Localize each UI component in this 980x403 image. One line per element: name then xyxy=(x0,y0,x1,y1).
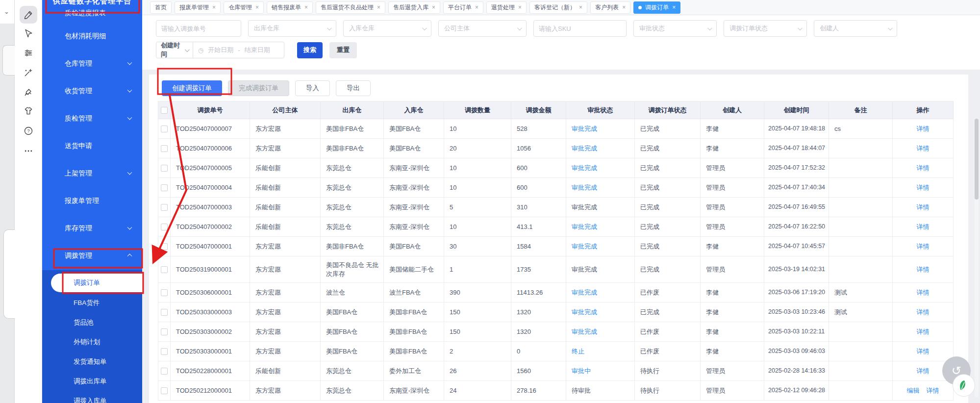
sidebar-item-收货管理[interactable]: 收货管理 xyxy=(42,77,142,104)
row-checkbox-cell[interactable] xyxy=(158,256,171,283)
approval-status-link[interactable]: 审批完成 xyxy=(572,288,597,297)
approval-status-link[interactable]: 审批完成 xyxy=(572,144,597,153)
sidebar-item-仓库管理[interactable]: 仓库管理 xyxy=(42,50,142,77)
action-link-详情[interactable]: 详情 xyxy=(917,183,930,192)
filter-select-调拨订单状态[interactable]: 调拨订单状态 xyxy=(724,20,807,37)
row-checkbox[interactable] xyxy=(161,309,168,316)
tab-销售报废单[interactable]: 销售报废单× xyxy=(267,1,313,14)
date-type-select[interactable]: 创建时间 xyxy=(156,42,193,58)
row-checkbox-cell[interactable] xyxy=(158,178,171,198)
export-button[interactable]: 导出 xyxy=(336,80,371,96)
row-checkbox[interactable] xyxy=(161,328,168,335)
action-link-详情[interactable]: 详情 xyxy=(917,288,930,297)
tab-客户列表[interactable]: 客户列表× xyxy=(590,1,630,14)
action-link-详情[interactable]: 详情 xyxy=(917,347,930,356)
row-checkbox[interactable] xyxy=(161,145,168,152)
filter-select-公司主体[interactable]: 公司主体 xyxy=(438,20,527,37)
tab-close-icon[interactable]: × xyxy=(432,4,435,11)
action-link-详情[interactable]: 详情 xyxy=(927,386,939,395)
approval-status-link[interactable]: 审批完成 xyxy=(572,223,597,231)
approval-status-link[interactable]: 审批完成 xyxy=(572,308,597,317)
approval-status-link[interactable]: 审批完成 xyxy=(572,242,597,251)
sidebar-item-上架管理[interactable]: 上架管理 xyxy=(42,159,142,187)
row-checkbox-cell[interactable] xyxy=(158,342,171,361)
tab-平台订单[interactable]: 平台订单× xyxy=(443,1,483,14)
scrollbar-thumb[interactable] xyxy=(975,119,979,200)
row-checkbox-cell[interactable] xyxy=(158,139,171,158)
approval-status-link[interactable]: 审批完成 xyxy=(572,125,597,133)
row-checkbox-cell[interactable] xyxy=(158,381,171,401)
import-button[interactable]: 导入 xyxy=(295,80,330,96)
tab-close-icon[interactable]: × xyxy=(579,4,582,11)
filter-select-入库仓库[interactable]: 入库仓库 xyxy=(343,20,431,37)
tab-close-icon[interactable]: × xyxy=(622,4,626,11)
reset-button[interactable]: 重置 xyxy=(329,42,357,58)
sidebar-item-质检进度报表[interactable]: 质检进度报表 xyxy=(42,7,142,22)
filter-select-审批状态[interactable]: 审批状态 xyxy=(633,20,717,37)
sidebar-item-质检管理[interactable]: 质检管理 xyxy=(42,104,142,132)
action-link-详情[interactable]: 详情 xyxy=(917,203,930,212)
filter-input-请输入SKU[interactable] xyxy=(533,20,627,37)
sidebar-item-包材消耗明细[interactable]: 包材消耗明细 xyxy=(42,22,142,50)
action-link-详情[interactable]: 详情 xyxy=(917,242,930,251)
filter-input-请输入调拨单号[interactable] xyxy=(156,20,241,37)
tab-首页[interactable]: 首页 xyxy=(150,1,172,14)
sidebar-item-库存管理[interactable]: 库存管理 xyxy=(42,214,142,242)
row-checkbox[interactable] xyxy=(161,204,168,211)
tab-售后退货不良品处理[interactable]: 售后退货不良品处理× xyxy=(316,1,385,14)
approval-status-link[interactable]: 审批中 xyxy=(572,367,591,376)
row-checkbox[interactable] xyxy=(161,165,168,172)
action-link-详情[interactable]: 详情 xyxy=(917,144,930,153)
row-checkbox[interactable] xyxy=(161,184,168,191)
action-link-详情[interactable]: 详情 xyxy=(917,223,930,231)
tab-售后退货入库[interactable]: 售后退货入库× xyxy=(388,1,440,14)
row-checkbox[interactable] xyxy=(161,348,168,355)
approval-status-link[interactable]: 审批完成 xyxy=(572,327,597,336)
filter-select-创建人[interactable]: 创建人 xyxy=(814,20,897,37)
action-link-详情[interactable]: 详情 xyxy=(917,308,930,317)
sidebar-subitem-外销计划[interactable]: 外销计划 xyxy=(42,332,142,352)
sliders-icon[interactable] xyxy=(20,44,37,62)
search-button[interactable]: 搜索 xyxy=(297,42,323,58)
tab-close-icon[interactable]: × xyxy=(518,4,522,11)
row-checkbox-cell[interactable] xyxy=(158,119,171,139)
date-range-input[interactable]: ◷ 开始日期 - 结束日期 xyxy=(193,42,284,58)
approval-status-link[interactable]: 审批完成 xyxy=(572,164,597,173)
action-link-编辑[interactable]: 编辑 xyxy=(907,386,920,395)
sidebar-subitem-调拨出库单[interactable]: 调拨出库单 xyxy=(42,372,142,391)
sidebar-subitem-FBA货件[interactable]: FBA货件 xyxy=(42,293,142,313)
more-icon[interactable] xyxy=(20,142,37,160)
tab-报废单管理[interactable]: 报废单管理× xyxy=(175,1,221,14)
tab-调拨订单[interactable]: 调拨订单× xyxy=(633,1,680,14)
row-checkbox-cell[interactable] xyxy=(158,302,171,322)
row-checkbox[interactable] xyxy=(161,243,168,250)
tab-客诉登记（新）[interactable]: 客诉登记（新）× xyxy=(529,1,587,14)
tab-close-icon[interactable]: × xyxy=(255,4,259,11)
select-all-checkbox[interactable] xyxy=(161,107,168,114)
select-all-cell[interactable] xyxy=(158,101,171,119)
signature-pen-icon[interactable] xyxy=(20,83,37,101)
shirt-icon[interactable] xyxy=(20,102,37,120)
row-checkbox-cell[interactable] xyxy=(158,361,171,381)
row-checkbox[interactable] xyxy=(161,224,168,230)
tab-close-icon[interactable]: × xyxy=(304,4,308,11)
sidebar-item-调拨管理[interactable]: 调拨管理 xyxy=(42,242,142,269)
tab-close-icon[interactable]: × xyxy=(377,4,380,11)
help-icon[interactable]: ? xyxy=(20,122,37,140)
row-checkbox-cell[interactable] xyxy=(158,237,171,256)
sidebar-item-送货申请[interactable]: 送货申请 xyxy=(42,132,142,159)
row-checkbox[interactable] xyxy=(161,126,168,132)
row-checkbox[interactable] xyxy=(161,387,168,394)
row-checkbox[interactable] xyxy=(161,289,168,296)
filter-select-出库仓库[interactable]: 出库仓库 xyxy=(248,20,336,37)
cursor-icon[interactable] xyxy=(20,25,37,42)
magic-wand-icon[interactable] xyxy=(20,64,37,81)
approval-status-link[interactable]: 终止 xyxy=(572,347,584,356)
row-checkbox-cell[interactable] xyxy=(158,283,171,302)
action-link-详情[interactable]: 详情 xyxy=(917,164,930,173)
action-link-详情[interactable]: 详情 xyxy=(917,327,930,336)
row-checkbox-cell[interactable] xyxy=(158,322,171,342)
tab-close-icon[interactable]: × xyxy=(212,4,216,11)
row-checkbox[interactable] xyxy=(161,368,168,375)
complete-transfer-order-button[interactable]: 完成调拨订单 xyxy=(228,80,289,96)
